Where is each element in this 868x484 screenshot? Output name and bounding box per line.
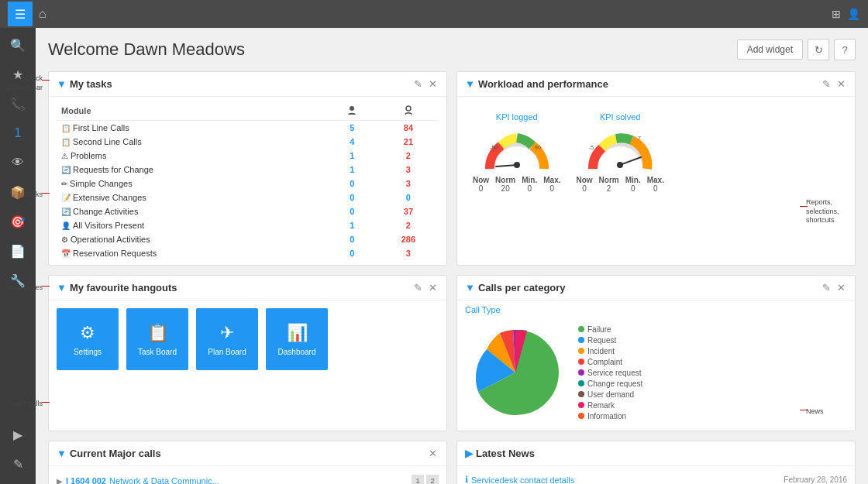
my-tasks-actions: ✎ ✕ (412, 78, 439, 90)
latest-news-header: ▶ Latest News (457, 441, 855, 466)
col2-value: 0 (350, 179, 354, 188)
page-title-actions: Add widget ↻ ? (737, 39, 856, 60)
help-button[interactable]: ? (834, 39, 856, 60)
sidebar-item-monitor[interactable]: 👁 (4, 149, 32, 177)
legend-item: Failure (578, 325, 642, 334)
sidebar-item-calls[interactable]: 📞 (4, 90, 32, 118)
calls-category-header: ▼ Calls per category ✎ ✕ (457, 276, 855, 300)
legend-item: Service request (578, 369, 642, 377)
taskboard-icon: 📋 (147, 323, 168, 343)
module-icon: 📋 (61, 124, 71, 132)
svg-text:7: 7 (638, 136, 641, 141)
legend-label: Complaint (587, 358, 622, 366)
table-row[interactable]: 🔄 Requests for Change 1 3 (57, 163, 439, 177)
legend-dot (578, 402, 584, 408)
svg-point-8 (617, 162, 623, 168)
planboard-icon: ✈ (220, 323, 234, 343)
major-close-button[interactable]: ✕ (427, 448, 439, 459)
module-icon: 📝 (61, 194, 71, 202)
col-count2 (378, 101, 439, 121)
call-type-label: Call Type (457, 300, 855, 314)
my-tasks-widget: ▼ My tasks ✎ ✕ Module (48, 71, 447, 266)
table-row[interactable]: 🔄 Change Activities 0 37 (57, 204, 439, 218)
kpi-logged: KPI logged (473, 112, 560, 193)
fav-planboard[interactable]: ✈ Plan Board (196, 308, 258, 370)
legend-item: Remark (578, 401, 642, 410)
major-call-title[interactable]: I 1604 002 Network & Data Communic... (66, 476, 219, 484)
table-row[interactable]: 📋 First Line Calls 5 84 (57, 121, 439, 136)
add-widget-button[interactable]: Add widget (737, 39, 803, 60)
major-call-row: ▶ I 1604 002 Network & Data Communic... … (57, 475, 439, 484)
my-tasks-title: ▼ My tasks (57, 78, 112, 90)
sidebar-item-tasks[interactable]: 1 (4, 119, 32, 147)
fav-dashboard[interactable]: 📊 Dashboard (266, 308, 328, 370)
table-row[interactable]: 📋 Second Line Calls 4 21 (57, 135, 439, 149)
module-icon: ✏ (61, 180, 67, 188)
module-icon: 🔄 (61, 166, 71, 174)
legend-label: Change request (587, 379, 642, 388)
calls-title-icon: ▼ (465, 282, 475, 293)
module-icon: 👤 (61, 221, 71, 230)
logged-max: Max. 0 (543, 176, 560, 193)
badge-1: 1 (412, 475, 424, 484)
sidebar-item-document[interactable]: 📄 (4, 237, 32, 265)
fav-settings-label: Settings (74, 348, 102, 356)
table-row[interactable]: ⚠ Problems 1 2 (57, 149, 439, 163)
calls-category-widget: ▼ Calls per category ✎ ✕ Call Type (456, 275, 856, 431)
table-row[interactable]: ✏ Simple Changes 0 3 (57, 177, 439, 191)
table-row[interactable]: ⚙ Operational Activities 0 286 (57, 232, 439, 246)
my-tasks-close-button[interactable]: ✕ (427, 78, 439, 90)
top-bar-left: ☰ ⌂ (8, 2, 46, 26)
sidebar-item-assets[interactable]: 📦 (4, 178, 32, 206)
solved-norm: Norm 2 (599, 176, 619, 193)
my-tasks-edit-button[interactable]: ✎ (412, 78, 424, 90)
col2-value: 0 (350, 193, 354, 202)
legend-label: Incident (587, 347, 615, 355)
workload-header: ▼ Workload and performance ✎ ✕ (457, 72, 855, 97)
calls-edit-button[interactable]: ✎ (821, 282, 832, 293)
grid-icon[interactable]: ⊞ (832, 8, 841, 20)
sidebar-item-edit[interactable]: ✎ (4, 450, 32, 478)
fav-close-button[interactable]: ✕ (427, 282, 439, 293)
col-count1 (326, 101, 378, 121)
major-calls-widget: ▼ Current Major calls ✕ ▶ I 1604 002 Net… (48, 441, 447, 484)
logged-min: Min. 0 (522, 176, 537, 193)
col3-value: 0 (406, 193, 411, 202)
workload-title: ▼ Workload and performance (465, 78, 608, 90)
user-icon[interactable]: 👤 (847, 8, 860, 20)
sidebar-item-search[interactable]: 🔍 (4, 31, 32, 59)
page-title-row: Welcome Dawn Meadows Add widget ↻ ? (48, 39, 856, 60)
home-button[interactable]: ⌂ (39, 7, 46, 21)
workload-actions: ✎ ✕ (821, 78, 847, 90)
menu-button[interactable]: ☰ (8, 2, 33, 26)
legend-label: Remark (587, 401, 615, 410)
news-title[interactable]: ℹ Servicedesk contact details (465, 475, 574, 484)
major-call-item: ▶ I 1604 002 Network & Data Communic... … (57, 471, 439, 484)
workload-edit-button[interactable]: ✎ (821, 78, 832, 90)
fav-edit-button[interactable]: ✎ (412, 282, 424, 293)
fav-settings[interactable]: ⚙ Settings (57, 308, 119, 370)
fav-taskboard[interactable]: 📋 Task Board (126, 308, 188, 370)
latest-news-title: ▶ Latest News (465, 448, 535, 459)
module-icon: ⚠ (61, 152, 68, 160)
workload-body: KPI logged (457, 97, 855, 208)
sidebar-item-tools[interactable]: 🔧 (4, 266, 32, 294)
solved-now: Now 0 (576, 176, 592, 193)
top-bar: ☰ ⌂ ⊞ 👤 (0, 0, 868, 28)
module-name: Problems (71, 151, 106, 160)
module-name: Reservation Requests (73, 249, 157, 258)
sidebar-item-target[interactable]: 🎯 (4, 208, 32, 235)
calls-close-button[interactable]: ✕ (835, 282, 847, 293)
table-row[interactable]: 👤 All Visitors Present 1 2 (57, 218, 439, 232)
page-title: Welcome Dawn Meadows (48, 39, 245, 60)
refresh-button[interactable]: ↻ (808, 39, 829, 60)
table-row[interactable]: 📝 Extensive Changes 0 0 (57, 191, 439, 204)
sidebar-item-play[interactable]: ▶ (4, 420, 32, 448)
workload-title-icon: ▼ (465, 78, 475, 90)
legend-item: Incident (578, 347, 642, 355)
svg-text:-5: -5 (589, 145, 594, 150)
call-play-icon: ▶ (57, 477, 63, 485)
table-row[interactable]: 📅 Reservation Requests 0 3 (57, 246, 439, 260)
sidebar-item-favorites[interactable]: ★ (4, 60, 32, 88)
workload-close-button[interactable]: ✕ (835, 78, 847, 90)
